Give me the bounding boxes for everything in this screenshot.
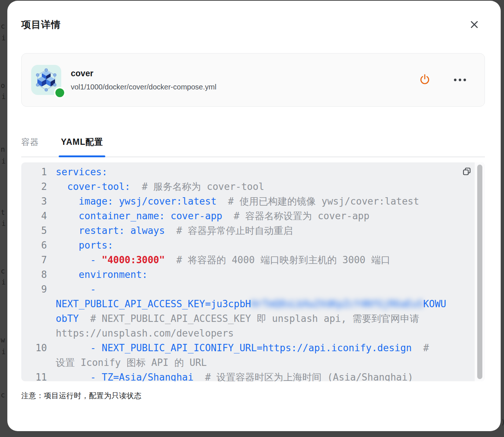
project-details-modal: 项目详情 [7,1,501,431]
code-line: 9 - [21,282,485,297]
code-line: https://unsplash.com/developers [21,326,485,341]
status-indicator [54,87,66,99]
backdrop-fragment: i [1,158,6,165]
copy-icon [462,166,472,180]
project-path: vol1/1000/docker/cover/docker-compose.ym… [71,83,216,91]
backdrop-fragment: i [1,279,6,286]
line-number: 4 [21,209,47,223]
backdrop-fragment: i [1,348,6,355]
line-number [21,311,47,326]
backdrop-fragment: ) [501,419,504,426]
scrollbar-thumb[interactable] [477,165,482,379]
copy-button[interactable] [461,168,472,179]
code-line: 10 - NEXT_PUBLIC_API_ICONIFY_URL=https:/… [21,341,485,355]
backdrop-fragment: c [1,268,5,275]
power-icon [419,73,431,87]
line-number: 2 [21,179,47,194]
tab-bar: 容器YAML配置 [21,128,485,157]
code-line: 4 container_name: cover-app # 容器名称设置为 co… [21,209,485,223]
project-info: cover vol1/1000/docker/cover/docker-comp… [71,69,216,91]
ellipsis-icon [454,77,466,83]
line-number [21,297,47,311]
line-number: 9 [21,282,47,297]
line-number [21,326,47,341]
more-actions-button[interactable] [452,72,468,88]
backdrop-fragment: o [1,82,5,89]
code-line: 8 environment: [21,267,485,282]
code-line: 2 cover-tool: # 服务名称为 cover-tool [21,179,485,194]
tab-yaml-config[interactable]: YAML配置 [61,136,103,157]
line-number: 7 [21,253,47,267]
close-button[interactable] [467,18,482,33]
line-number: 3 [21,194,47,209]
close-icon [469,19,480,32]
yaml-editor[interactable]: 1services:2 cover-tool: # 服务名称为 cover-to… [21,162,485,381]
code-line: 6 ports: [21,238,485,253]
backdrop-fragment: i [1,93,6,100]
readonly-note: 注意：项目运行时，配置为只读状态 [21,391,142,401]
code-line: 5 restart: always # 容器异常停止时自动重启 [21,223,485,238]
code-line: 11 - TZ=Asia/Shanghai # 设置容器时区为上海时间 (Asi… [21,370,485,381]
backdrop-fragment: i [1,34,6,41]
line-number: 6 [21,238,47,253]
code-line: 7 - "4000:3000" # 将容器的 4000 端口映射到主机的 300… [21,253,485,267]
project-app-icon [31,65,61,95]
line-number: 11 [21,370,47,381]
project-card: cover vol1/1000/docker/cover/docker-comp… [21,53,485,107]
backdrop-fragment: i [1,220,6,227]
code-lines: 1services:2 cover-tool: # 服务名称为 cover-to… [21,162,485,381]
line-number: 10 [21,341,47,355]
line-number [21,355,47,370]
line-number: 1 [21,165,47,179]
scrollbar[interactable] [475,162,485,381]
backdrop-fragment: c [1,23,5,30]
line-number: 5 [21,223,47,238]
code-line: obTY # NEXT_PUBLIC_API_ACCESS_KEY 即 unsp… [21,311,485,326]
power-button[interactable] [417,72,433,88]
code-line: 设置 Iconify 图标 API 的 URL [21,355,485,370]
code-line: NEXT_PUBLIC_API_ACCESS_KEY=ju3cpbHHrTmQ8… [21,297,485,311]
backdrop-fragment: c [1,392,5,399]
project-name: cover [71,69,216,78]
page-title: 项目详情 [21,18,61,31]
code-line: 3 image: ywsj/cover:latest # 使用已构建的镜像 yw… [21,194,485,209]
tab-containers[interactable]: 容器 [21,136,39,157]
backdrop-fragment: t [1,209,5,216]
backdrop-fragment: n [1,146,5,153]
backdrop-fragment: w [1,337,5,344]
line-number: 8 [21,267,47,282]
code-line: 1services: [21,165,485,179]
